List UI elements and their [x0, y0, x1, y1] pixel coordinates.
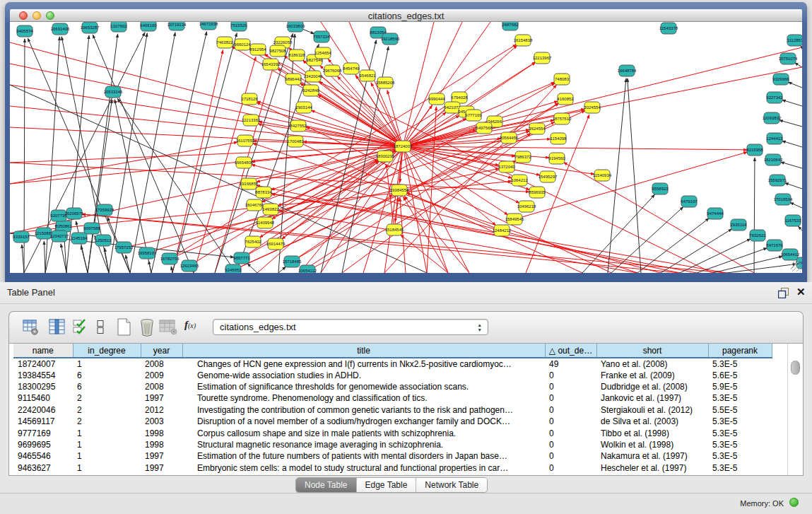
graph-node[interactable]: 15592971 [768, 175, 787, 186]
new-table-icon[interactable] [116, 318, 132, 337]
table-cell[interactable]: Estimation of the future numbers of pati… [182, 450, 545, 462]
table-cell[interactable]: Embryonic stem cells: a model to study s… [182, 462, 545, 474]
graph-node[interactable]: 1244413 [766, 133, 783, 144]
graph-node[interactable]: 16654806 [235, 157, 254, 168]
table-cell[interactable]: 0 [545, 439, 596, 450]
table-cell[interactable]: Tourette syndrome. Phenomenology and cla… [182, 392, 545, 404]
graph-node[interactable]: 10654112 [298, 265, 317, 273]
column-header-in_degree[interactable]: in_degree [73, 344, 141, 358]
graph-node[interactable]: 3624554 [529, 123, 546, 134]
table-row[interactable]: 1938455462009Genome-wide association stu… [13, 369, 772, 380]
window-titlebar[interactable]: citations_edges.txt [10, 9, 802, 22]
graph-node[interactable]: 16648784 [618, 65, 637, 76]
table-cell[interactable]: Genome-wide association studies in ADHD. [182, 369, 545, 380]
graph-node[interactable]: 19384554 [390, 185, 409, 196]
table-row[interactable]: 969969511998Structural magnetic resonanc… [13, 439, 772, 450]
graph-node[interactable]: 23420046 [304, 71, 323, 82]
table-cell[interactable]: 6 [73, 381, 141, 392]
merge-columns-icon[interactable] [96, 318, 105, 336]
table-cell[interactable]: 19384554 [13, 369, 73, 380]
graph-edge[interactable] [782, 141, 802, 147]
table-cell[interactable]: 2012 [141, 404, 182, 416]
graph-edge[interactable] [628, 78, 641, 273]
graph-edge[interactable] [784, 183, 802, 189]
table-settings-icon[interactable] [23, 318, 40, 336]
import-table-icon[interactable] [159, 319, 177, 335]
graph-node[interactable]: 19166855 [240, 178, 259, 189]
graph-node[interactable]: 2903144 [295, 102, 312, 113]
table-cell[interactable]: Nakamura et al. (1997) [596, 450, 708, 462]
graph-node[interactable]: 9339157 [13, 231, 30, 243]
column-header-year[interactable]: year [141, 344, 182, 358]
graph-edge[interactable] [44, 241, 45, 273]
table-row[interactable]: 946362711997Embryonic stem cells: a mode… [13, 462, 772, 474]
table-cell[interactable]: 5.5E-5 [708, 404, 772, 416]
graph-node[interactable]: 19218596 [381, 33, 400, 45]
table-cell[interactable]: de Silva et al. (2003) [596, 416, 708, 427]
graph-edge[interactable] [782, 100, 802, 106]
table-row[interactable]: 2242004622012Investigating the contribut… [13, 404, 772, 416]
table-selector-dropdown[interactable]: citations_edges.txt ▲▼ [213, 319, 488, 335]
table-cell[interactable]: Estimation of significance thresholds fo… [182, 381, 545, 392]
table-row[interactable]: 977716911998Corpus callosum shape and si… [13, 427, 772, 438]
graph-node[interactable]: 9777169 [465, 110, 482, 121]
table-cell[interactable]: Changes of HCN gene expression and I(f) … [182, 358, 545, 369]
graph-node[interactable]: 1493822 [262, 204, 279, 215]
table-cell[interactable]: 49 [545, 358, 596, 369]
graph-node[interactable]: 2935114 [731, 219, 748, 230]
table-cell[interactable]: Investigating the contribution of common… [182, 404, 545, 416]
graph-node[interactable]: 16543392 [261, 59, 281, 70]
graph-edge[interactable] [403, 146, 747, 150]
graph-edge[interactable] [754, 158, 755, 273]
graph-edge[interactable] [637, 218, 709, 273]
graph-edge[interactable] [788, 82, 802, 88]
table-cell[interactable]: 2 [73, 404, 141, 416]
graph-node[interactable]: 11543378 [659, 23, 678, 34]
graph-edge[interactable] [10, 146, 403, 163]
column-header-short[interactable]: short [596, 344, 708, 358]
graph-edge[interactable] [22, 245, 24, 273]
graph-node[interactable]: 17957253 [114, 242, 134, 253]
graph-edge[interactable] [779, 120, 802, 127]
graph-node[interactable]: 15751074 [779, 53, 798, 64]
table-cell[interactable]: 5.3E-5 [708, 358, 772, 369]
table-cell[interactable]: 0 [545, 381, 596, 392]
graph-edge[interactable] [790, 202, 802, 208]
tab-edge-table[interactable]: Edge Table [357, 478, 417, 492]
graph-edge[interactable] [404, 196, 469, 273]
graph-node[interactable]: 11540934 [593, 170, 612, 181]
graph-edge[interactable] [130, 33, 175, 273]
graph-node[interactable]: 10653287 [81, 22, 100, 33]
table-cell[interactable]: 0 [545, 392, 596, 404]
table-vertical-scrollbar[interactable] [787, 344, 803, 475]
scrollbar-thumb[interactable] [791, 361, 800, 375]
graph-node[interactable]: 7463822 [216, 37, 233, 48]
memory-status-indicator[interactable] [789, 498, 799, 507]
graph-edge[interactable] [81, 246, 88, 273]
graph-node[interactable]: 17016504 [774, 194, 793, 205]
table-cell[interactable]: Tibbo et al. (1998) [596, 427, 708, 438]
table-cell[interactable]: 0 [545, 427, 596, 438]
window-resize-grip[interactable] [791, 262, 801, 271]
graph-node[interactable]: 1250513 [95, 235, 112, 246]
graph-node[interactable]: 1112853 [787, 35, 802, 46]
graph-node[interactable]: 20691406 [51, 23, 70, 35]
graph-node[interactable]: 16033809 [286, 22, 305, 32]
graph-node[interactable]: 7515526 [230, 22, 247, 31]
tab-node-table[interactable]: Node Table [296, 478, 357, 492]
graph-node[interactable]: 18757510 [553, 113, 572, 124]
graph-node[interactable]: 12342737 [50, 230, 69, 242]
table-cell[interactable]: 5.3E-5 [708, 392, 772, 404]
table-cell[interactable]: 2 [73, 416, 141, 427]
graph-edge[interactable] [247, 264, 257, 273]
graph-edge[interactable] [611, 206, 683, 273]
table-cell[interactable]: 1 [73, 427, 141, 438]
table-cell[interactable]: 1 [73, 358, 141, 369]
graph-node[interactable]: 9896442 [285, 74, 302, 85]
graph-node[interactable]: 16914479 [266, 238, 286, 250]
table-cell[interactable]: 1 [73, 450, 141, 462]
graph-node[interactable]: 748083 [554, 74, 570, 85]
table-cell[interactable]: 2003 [141, 416, 182, 427]
tab-network-table[interactable]: Network Table [416, 478, 487, 492]
graph-node[interactable]: 15849545 [505, 214, 524, 225]
